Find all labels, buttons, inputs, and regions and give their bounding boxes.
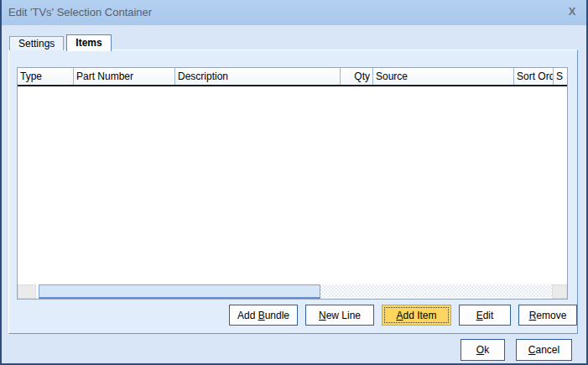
tab-settings[interactable]: Settings <box>9 36 64 50</box>
window-title: Edit 'TVs' Selection Container <box>8 6 152 18</box>
column-header-qty[interactable]: Qty <box>341 68 373 85</box>
dialog-button-row: OkCancel <box>461 339 572 361</box>
horizontal-scrollbar <box>18 284 567 299</box>
tab-bar: SettingsItems <box>9 34 114 50</box>
column-header-description[interactable]: Description <box>175 68 341 85</box>
button-cancel[interactable]: Cancel <box>516 339 572 361</box>
button-ok[interactable]: Ok <box>461 339 505 361</box>
items-list-body[interactable] <box>18 86 567 284</box>
item-button-row: Add BundleNew LineAdd ItemEditRemove <box>229 305 577 326</box>
scrollbar-track[interactable] <box>320 284 552 299</box>
button-new-line[interactable]: New Line <box>305 305 374 326</box>
close-icon[interactable]: X <box>565 5 579 18</box>
tab-items[interactable]: Items <box>66 34 111 51</box>
column-header-source[interactable]: Source <box>373 68 514 85</box>
column-header-type[interactable]: Type <box>18 68 74 85</box>
button-add-item[interactable]: Add Item <box>382 305 451 326</box>
button-remove[interactable]: Remove <box>518 305 577 326</box>
button-add-bundle[interactable]: Add Bundle <box>229 305 298 326</box>
items-table: TypePart NumberDescriptionQtySourceSort … <box>17 67 568 300</box>
dialog-window: Edit 'TVs' Selection Container X Setting… <box>0 0 588 365</box>
column-header-s[interactable]: S <box>554 68 567 85</box>
table-header-row: TypePart NumberDescriptionQtySourceSort … <box>18 68 567 86</box>
scroll-right-button[interactable] <box>552 284 567 299</box>
column-header-part-number[interactable]: Part Number <box>74 68 175 85</box>
button-edit[interactable]: Edit <box>459 305 511 326</box>
titlebar: Edit 'TVs' Selection Container X <box>2 0 586 25</box>
column-header-sort-order[interactable]: Sort Order <box>514 68 554 85</box>
scroll-left-button[interactable] <box>18 284 36 299</box>
scrollbar-thumb[interactable] <box>39 284 320 299</box>
